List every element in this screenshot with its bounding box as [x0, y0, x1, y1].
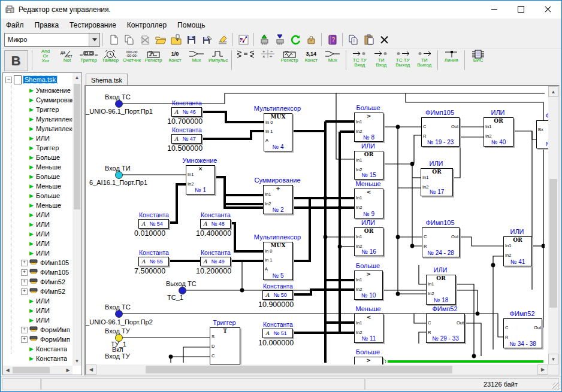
- copy-schema-button[interactable]: [121, 32, 137, 47]
- block--29-33[interactable]: CROut№ 29 - 33: [426, 314, 465, 343]
- scroll-up-icon[interactable]: ▲: [548, 86, 558, 97]
- tree-item-19[interactable]: +ФИмп105: [21, 268, 69, 277]
- block-больше[interactable]: >In1: [354, 357, 383, 364]
- menu-Контроллер[interactable]: Контроллер: [122, 20, 172, 31]
- tree-horizontal-scrollbar[interactable]: ◀ ▶: [3, 366, 72, 375]
- write-controller-button[interactable]: [256, 32, 272, 47]
- tree-item-2[interactable]: ▶Триггер: [29, 105, 59, 114]
- tree-item-17[interactable]: ▶ИЛИ: [29, 248, 50, 258]
- tree-item-3[interactable]: ▶Мультиплексор: [29, 114, 72, 124]
- element-счетчик-button[interactable]: 000-00-00-00-Счетчик: [121, 48, 143, 72]
- close-button[interactable]: [534, 1, 561, 18]
- io-point[interactable]: [115, 310, 123, 318]
- tree-item-1[interactable]: ▶Суммирование: [29, 95, 72, 105]
- element-ти-button[interactable]: ТИВыход: [413, 48, 435, 72]
- scroll-down-icon[interactable]: ▼: [72, 357, 81, 366]
- tree-item-13[interactable]: ▶ИЛИ: [29, 210, 50, 220]
- combo-dropdown-button[interactable]: [89, 34, 99, 46]
- tree-item-7[interactable]: ▶Больше: [29, 153, 60, 162]
- tree-item-10[interactable]: ▶Меньше: [29, 181, 61, 191]
- element-таймер-button[interactable]: Таймер: [99, 48, 121, 72]
- element-тс-ту-button[interactable]: ТС ТУВыход: [392, 48, 413, 72]
- tree-expand-toggle[interactable]: +: [21, 269, 28, 276]
- tree-hscroll-thumb[interactable]: [13, 367, 50, 373]
- tree-item-15[interactable]: ▶ИЛИ: [29, 229, 50, 239]
- tree-collapse-toggle[interactable]: −: [5, 77, 12, 83]
- tree-expand-toggle[interactable]: +: [21, 288, 28, 295]
- tab-shema[interactable]: Shema.tsk: [86, 74, 128, 86]
- block--9[interactable]: <In1In2№ 9: [354, 189, 383, 218]
- resize-grip[interactable]: [552, 382, 560, 390]
- scroll-up-icon[interactable]: ▲: [72, 73, 81, 82]
- constant-49[interactable]: A№ 49: [200, 257, 231, 266]
- read-controller-button[interactable]: [272, 32, 288, 47]
- tree-expand-toggle[interactable]: +: [21, 260, 28, 266]
- tree-item-28[interactable]: ▶Константа: [29, 354, 67, 363]
- test-plot-button[interactable]: [235, 32, 251, 47]
- block--[interactable]: Вх№: [536, 120, 548, 148]
- constant-50[interactable]: A№ 50: [262, 290, 293, 300]
- block--16[interactable]: ORIn1In2№ 16: [354, 227, 383, 256]
- scroll-right-icon[interactable]: ▶: [537, 364, 548, 375]
- save-button[interactable]: [183, 32, 199, 47]
- scroll-right-icon[interactable]: ▶: [64, 366, 72, 375]
- io-point[interactable]: [115, 171, 123, 179]
- element-arith-button[interactable]: +−×÷: [257, 48, 279, 72]
- tree-item-12[interactable]: ▶Меньше: [29, 200, 61, 210]
- block--41[interactable]: ORIn1In2№ 41: [503, 236, 532, 266]
- tree-item-6[interactable]: ▶Триггер: [29, 143, 59, 153]
- tree-vscroll-thumb[interactable]: [74, 84, 80, 209]
- canvas-vertical-scrollbar[interactable]: ▲ ▼: [548, 86, 558, 364]
- element-регистр-button[interactable]: Регистр: [279, 48, 300, 72]
- element-ти-button[interactable]: ТИВход: [370, 48, 392, 72]
- block--10[interactable]: >In1In2№ 10: [354, 271, 383, 300]
- block--24-28[interactable]: CROut№ 24 - 28: [422, 227, 460, 257]
- paste-button[interactable]: [361, 32, 376, 47]
- menu-Тестирование[interactable]: Тестирование: [64, 20, 122, 31]
- constant-47[interactable]: A№ 47: [171, 134, 202, 144]
- tree-item-9[interactable]: ▶Больше: [29, 172, 60, 181]
- element-конст-button[interactable]: 3,14Конст: [300, 48, 322, 72]
- import-schema-button[interactable]: [168, 32, 183, 47]
- tree-vertical-scrollbar[interactable]: ▲ ▼: [72, 73, 81, 366]
- block--15[interactable]: ORIn1In2№ 15: [354, 151, 383, 180]
- tree-item-4[interactable]: ▶Мультиплексор: [29, 124, 72, 133]
- constant-48[interactable]: A№ 48: [200, 219, 231, 229]
- minimize-button[interactable]: [481, 1, 507, 18]
- menu-Файл[interactable]: Файл: [1, 20, 29, 31]
- tree-item-21[interactable]: +ФИмп52: [21, 287, 65, 296]
- scroll-left-icon[interactable]: ◀: [3, 366, 12, 375]
- block--40[interactable]: ORIn1In2№ 40: [484, 117, 513, 147]
- delete-schema-button[interactable]: [137, 32, 152, 47]
- profile-select[interactable]: Микро: [4, 33, 100, 47]
- help-book-button[interactable]: ?: [324, 32, 340, 47]
- element-импульс-button[interactable]: Импульс: [207, 48, 229, 72]
- element-not-button[interactable]: данетNot: [56, 48, 78, 72]
- tree-item-24[interactable]: ▶ИЛИ: [29, 315, 50, 325]
- menu-Правка[interactable]: Правка: [29, 20, 65, 31]
- block--8[interactable]: >In1In2№ 8: [354, 113, 383, 142]
- open-folder-button[interactable]: [152, 32, 168, 47]
- constant-55[interactable]: A№ 55: [138, 257, 169, 266]
- block-триггер[interactable]: TSDC: [210, 327, 240, 364]
- io-point[interactable]: [115, 100, 123, 108]
- block--19-23[interactable]: CROut№ 19 - 23: [421, 117, 460, 147]
- tree-item-27[interactable]: ▶Константа: [29, 344, 67, 354]
- block--1[interactable]: ×In1In2№ 1: [186, 165, 215, 195]
- tree-expand-toggle[interactable]: +: [21, 327, 28, 333]
- tree-item-8[interactable]: ▶Меньше: [29, 162, 61, 172]
- new-schema-button[interactable]: [105, 32, 121, 47]
- block--18[interactable]: ORIn1In2№ 18: [426, 275, 456, 305]
- tree-item-23[interactable]: ▶ИЛИ: [29, 306, 50, 315]
- element-триггер-button[interactable]: Триггер: [78, 48, 99, 72]
- element-линия-button[interactable]: Линия: [440, 48, 462, 72]
- save-as-button[interactable]: [199, 32, 214, 47]
- menu-Помощь[interactable]: Помощь: [172, 20, 210, 31]
- element-регистр-button[interactable]: Регистр: [143, 48, 164, 72]
- scroll-left-icon[interactable]: ◀: [86, 364, 96, 375]
- block--17[interactable]: ORIn1In2№ 17: [421, 168, 453, 196]
- tree-item-11[interactable]: ▶Больше: [29, 191, 60, 200]
- element-тс-ту-button[interactable]: ТС ТУВход: [349, 48, 370, 72]
- block--11[interactable]: <In1In2№ 11: [354, 314, 383, 343]
- block--4[interactable]: MUXIn 0In 1A№ 4: [264, 113, 292, 151]
